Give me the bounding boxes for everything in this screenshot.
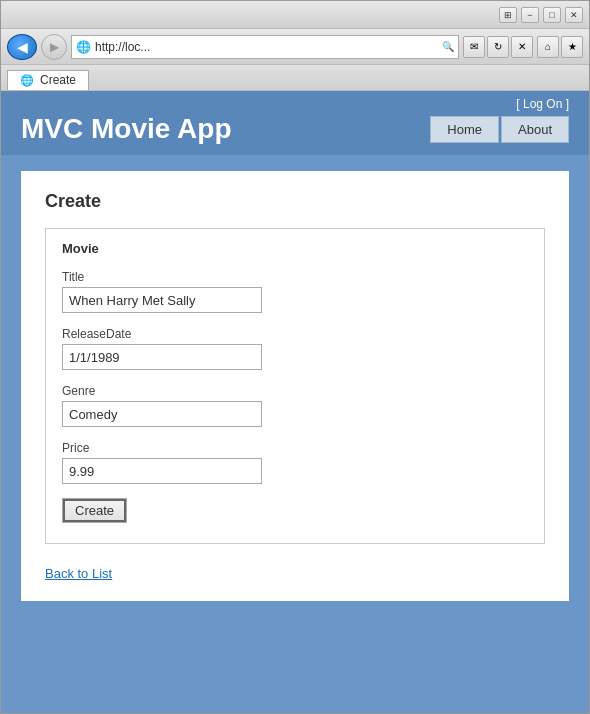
page-heading: Create (45, 191, 545, 212)
minimize-icon: − (527, 10, 532, 20)
back-button[interactable]: ◀ (7, 34, 37, 60)
genre-input[interactable] (62, 401, 262, 427)
tab-bar: 🌐 Create (1, 65, 589, 91)
content-box: Create Movie Title ReleaseDate (21, 171, 569, 601)
favorites-button[interactable]: ✉ (463, 36, 485, 58)
address-ie-icon: 🌐 (76, 40, 91, 54)
form-section-title: Movie (62, 241, 528, 256)
form-section: Movie Title ReleaseDate Genre (45, 228, 545, 544)
releasedate-label: ReleaseDate (62, 327, 528, 341)
price-input[interactable] (62, 458, 262, 484)
nav-links: Home About (430, 116, 569, 143)
app-header: [ Log On ] MVC Movie App Home About (1, 91, 589, 155)
refresh-button[interactable]: ↻ (487, 36, 509, 58)
home-button[interactable]: ⌂ (537, 36, 559, 58)
main-content: Create Movie Title ReleaseDate (1, 155, 589, 713)
box-icon: ⊞ (504, 10, 512, 20)
app-title-nav: MVC Movie App Home About (21, 113, 569, 155)
maximize-button[interactable]: □ (543, 7, 561, 23)
address-search-icon: 🔍 (442, 41, 454, 52)
genre-label: Genre (62, 384, 528, 398)
create-button[interactable]: Create (62, 498, 127, 523)
star-button[interactable]: ★ (561, 36, 583, 58)
home-nav-button[interactable]: Home (430, 116, 499, 143)
title-input[interactable] (62, 287, 262, 313)
app-header-top: [ Log On ] (21, 91, 569, 113)
price-field: Price (62, 441, 528, 484)
about-nav-button[interactable]: About (501, 116, 569, 143)
price-label: Price (62, 441, 528, 455)
address-url: http://loc... (95, 40, 438, 54)
nav-extra-buttons: ✉ ↻ ✕ (463, 36, 533, 58)
box-button[interactable]: ⊞ (499, 7, 517, 23)
log-on-link[interactable]: [ Log On ] (516, 97, 569, 111)
genre-field: Genre (62, 384, 528, 427)
close-icon: ✕ (570, 10, 578, 20)
nav-right-buttons: ⌂ ★ (537, 36, 583, 58)
releasedate-input[interactable] (62, 344, 262, 370)
tab-label: Create (40, 73, 76, 87)
page-content: [ Log On ] MVC Movie App Home About Crea… (1, 91, 589, 713)
stop-button[interactable]: ✕ (511, 36, 533, 58)
releasedate-field: ReleaseDate (62, 327, 528, 370)
minimize-button[interactable]: − (521, 7, 539, 23)
close-button[interactable]: ✕ (565, 7, 583, 23)
title-bar-buttons: ⊞ − □ ✕ (499, 7, 583, 23)
forward-button[interactable]: ▶ (41, 34, 67, 60)
app-title: MVC Movie App (21, 113, 232, 145)
title-field: Title (62, 270, 528, 313)
maximize-icon: □ (549, 10, 554, 20)
tab-icon: 🌐 (20, 74, 34, 87)
title-bar: ⊞ − □ ✕ (1, 1, 589, 29)
back-to-list-link[interactable]: Back to List (45, 566, 112, 581)
address-bar[interactable]: 🌐 http://loc... 🔍 (71, 35, 459, 59)
title-label: Title (62, 270, 528, 284)
nav-bar: ◀ ▶ 🌐 http://loc... 🔍 ✉ ↻ ✕ ⌂ ★ (1, 29, 589, 65)
active-tab[interactable]: 🌐 Create (7, 70, 89, 90)
browser-window: ⊞ − □ ✕ ◀ ▶ 🌐 http://loc... 🔍 ✉ ↻ ✕ (0, 0, 590, 714)
